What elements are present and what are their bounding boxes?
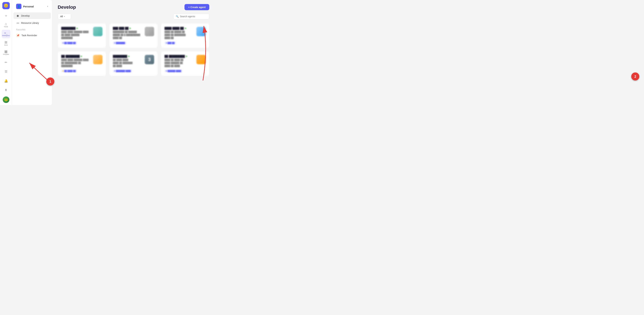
filter-value: All bbox=[60, 15, 63, 18]
filter-dropdown[interactable]: All ▾ bbox=[58, 14, 71, 19]
card-6-avatar bbox=[196, 55, 206, 64]
filter-chevron-icon: ▾ bbox=[64, 15, 65, 18]
card-2-title: ███ ███ ██ bbox=[113, 27, 128, 30]
card-4-desc: ████ ████ ██████ ██████ █████████ ██████… bbox=[61, 58, 91, 68]
store-icon: ⊞ bbox=[4, 40, 8, 44]
card-4-title: ██ ████████ bbox=[61, 55, 80, 58]
develop-icon: ◉ bbox=[16, 14, 20, 17]
card-6-status bbox=[186, 56, 187, 57]
rail-item-notifications[interactable]: 🔔 bbox=[2, 77, 10, 85]
card-5-desc: ██ ████ ████████ ██ █████████ ████ bbox=[113, 58, 143, 68]
agent-cards-grid: ████████ ████ ████ ██████ ██████ ████ ██… bbox=[58, 23, 209, 76]
icon-rail: 😊 ＋ ⌂ Home >_ Workspace ⊞ Store ▦ Templa… bbox=[0, 0, 12, 105]
card-6-desc: ████ ██ ████ ██████ ██████ ██████ ██ ███… bbox=[164, 58, 194, 68]
card-4-status bbox=[81, 56, 82, 57]
task-reminder-icon: 📌 bbox=[16, 34, 20, 37]
card-5-status bbox=[128, 56, 130, 57]
card-6-tag: ██████ ████ bbox=[168, 70, 181, 72]
main-content: Develop + Create agent All ▾ 🔍 ████████ … bbox=[52, 0, 215, 105]
resource-library-label: Resource Library bbox=[21, 22, 39, 24]
card-5-title: ████████ bbox=[113, 55, 127, 58]
card-3-desc: ████ ██ █████ ██████ ██ ████████████ ██ bbox=[164, 30, 194, 40]
card-1-status bbox=[76, 28, 78, 29]
account-selector[interactable]: 👤 Personal ▾ bbox=[14, 2, 51, 11]
card-1-desc: ████ ████ ██████ ██████ ████ ███████████… bbox=[61, 30, 91, 40]
store-label: Store bbox=[4, 44, 8, 46]
sidebar-fav-task-reminder[interactable]: 📌 Task Reminder bbox=[14, 32, 51, 38]
main-header: Develop + Create agent bbox=[58, 4, 209, 10]
card-1-avatar bbox=[93, 27, 102, 36]
rail-item-workspace[interactable]: >_ Workspace bbox=[2, 30, 10, 38]
sidebar-item-develop[interactable]: ◉ Develop bbox=[14, 12, 51, 19]
card-4-avatar bbox=[93, 55, 102, 64]
annotation-circle-1: 1 bbox=[46, 78, 54, 86]
card-1-title: ████████ bbox=[61, 27, 76, 30]
upload-icon: ⬆ bbox=[5, 88, 7, 92]
rail-item-upload[interactable]: ⬆ bbox=[2, 86, 10, 94]
card-5-avatar: 3 bbox=[145, 55, 154, 64]
app-logo[interactable]: 😊 bbox=[2, 2, 10, 9]
sidebar: 👤 Personal ▾ ◉ Develop ▭ Resource Librar… bbox=[12, 0, 52, 105]
resource-library-icon: ▭ bbox=[16, 21, 20, 24]
agent-card-4[interactable]: ██ ████████ ████ ████ ██████ ██████ ████… bbox=[58, 51, 106, 76]
card-3-title: ████ ████ ██ bbox=[164, 27, 184, 30]
rail-item-template[interactable]: ▦ Template bbox=[2, 48, 10, 57]
rail-item-store[interactable]: ⊞ Store bbox=[2, 39, 10, 48]
card-3-status bbox=[185, 28, 186, 29]
chevron-down-icon: ▾ bbox=[47, 5, 48, 8]
add-icon: ＋ bbox=[4, 14, 8, 17]
create-agent-button[interactable]: + Create agent bbox=[184, 4, 209, 10]
develop-label: Develop bbox=[21, 14, 30, 17]
card-1-tag: ██ ████ ██ bbox=[64, 42, 76, 44]
plugin-icon: ✏ bbox=[5, 61, 7, 64]
card-6-title: ██ █████████ bbox=[164, 55, 185, 58]
bell-icon: 🔔 bbox=[4, 79, 8, 82]
page-title: Develop bbox=[58, 4, 76, 10]
rail-item-docs[interactable]: ☰ bbox=[2, 68, 10, 76]
workspace-label: Workspace bbox=[2, 35, 10, 36]
agent-card-3[interactable]: ████ ████ ██ ████ ██ █████ ██████ ██ ███… bbox=[161, 23, 209, 48]
home-label: Home bbox=[4, 26, 8, 28]
workspace-icon: >_ bbox=[4, 32, 8, 34]
home-icon: ⌂ bbox=[5, 22, 7, 26]
card-3-tag: ███ ██ bbox=[168, 42, 174, 44]
card-3-avatar bbox=[196, 27, 206, 36]
rail-item-add[interactable]: ＋ bbox=[2, 11, 10, 20]
card-4-tag: ██ ████ ██ bbox=[64, 70, 76, 72]
search-box[interactable]: 🔍 bbox=[173, 14, 209, 19]
agent-card-6[interactable]: ██ █████████ ████ ██ ████ ██████ ██████ … bbox=[161, 51, 209, 76]
search-icon: 🔍 bbox=[176, 15, 178, 18]
favourites-section-label: Favourites bbox=[12, 26, 52, 32]
card-2-avatar bbox=[145, 27, 154, 36]
toolbar-row: All ▾ 🔍 bbox=[58, 14, 209, 19]
card-2-status bbox=[130, 28, 131, 29]
account-name: Personal bbox=[23, 5, 46, 8]
agent-card-1[interactable]: ████████ ████ ████ ██████ ██████ ████ ██… bbox=[58, 23, 106, 48]
card-5-tag: ███████ ████ bbox=[116, 70, 131, 72]
agent-card-2[interactable]: ███ ███ ██ ████████ ██ ███████████ ██ █ … bbox=[109, 23, 158, 48]
card-2-desc: ████████ ██ ███████████ ██ █ ███████████… bbox=[113, 30, 143, 40]
card-2-tag: ███████ bbox=[116, 42, 125, 44]
template-label: Template bbox=[3, 54, 9, 55]
docs-icon: ☰ bbox=[5, 70, 8, 73]
user-avatar[interactable]: 🐸 bbox=[3, 96, 10, 103]
task-reminder-label: Task Reminder bbox=[22, 34, 37, 37]
rail-item-plugin[interactable]: ✏ bbox=[2, 58, 10, 67]
account-avatar: 👤 bbox=[16, 4, 22, 9]
sidebar-item-resource-library[interactable]: ▭ Resource Library bbox=[14, 20, 51, 26]
template-icon: ▦ bbox=[4, 50, 8, 53]
search-input[interactable] bbox=[180, 15, 207, 18]
rail-item-home[interactable]: ⌂ Home bbox=[2, 20, 10, 29]
agent-card-5[interactable]: ████████ ██ ████ ████████ ██ █████████ █… bbox=[109, 51, 158, 76]
